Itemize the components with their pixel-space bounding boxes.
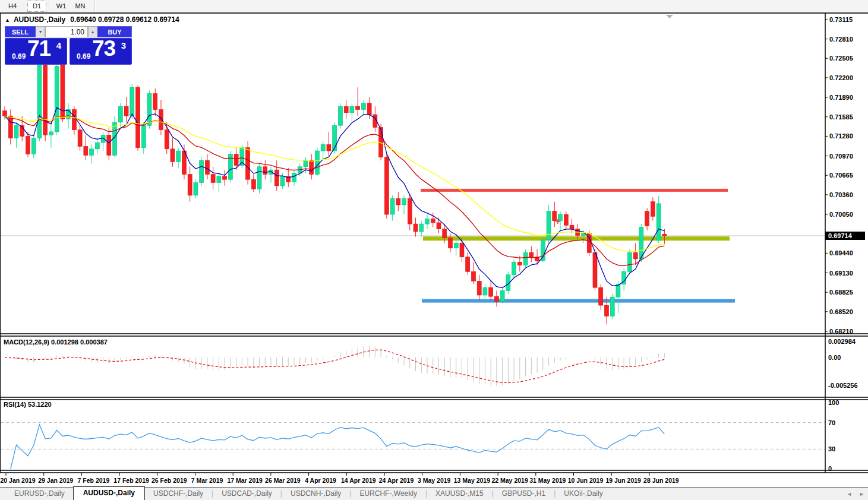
candle[interactable] — [350, 106, 354, 113]
candle[interactable] — [200, 160, 204, 182]
candle[interactable] — [211, 175, 215, 183]
candle[interactable] — [570, 225, 574, 229]
trend-line-pivot[interactable] — [423, 236, 730, 240]
candle[interactable] — [454, 243, 458, 248]
candle[interactable] — [443, 229, 447, 238]
candle[interactable] — [419, 224, 424, 232]
candle[interactable] — [500, 290, 504, 301]
candle[interactable] — [460, 243, 464, 257]
candle[interactable] — [26, 136, 30, 154]
candle[interactable] — [494, 296, 498, 302]
candle[interactable] — [471, 271, 475, 281]
candle[interactable] — [523, 252, 528, 265]
candle[interactable] — [194, 183, 198, 195]
candle[interactable] — [437, 223, 441, 229]
tab-eurusd-daily[interactable]: EURUSD-,Daily — [6, 488, 73, 500]
buy-price-box[interactable]: 0.69 73 3 — [70, 38, 132, 65]
candle[interactable] — [107, 135, 111, 155]
tab-usdchf-daily[interactable]: USDCHF-,Daily — [145, 488, 212, 500]
candle[interactable] — [153, 94, 157, 110]
candle[interactable] — [292, 173, 296, 182]
candle[interactable] — [223, 176, 227, 179]
candle[interactable] — [338, 106, 342, 125]
trend-line-resistance[interactable] — [421, 189, 728, 192]
tab-scroll-left-icon[interactable]: ◄ — [847, 491, 852, 497]
candle[interactable] — [49, 132, 53, 135]
candle[interactable] — [205, 160, 209, 175]
candle[interactable] — [130, 87, 134, 116]
candle[interactable] — [582, 233, 586, 235]
candle[interactable] — [425, 219, 430, 224]
tab-gbpusd-h1[interactable]: GBPUSD-,H1 — [494, 488, 554, 500]
candle[interactable] — [321, 144, 325, 151]
chart-shift-marker-icon[interactable] — [666, 15, 673, 18]
candle[interactable] — [627, 252, 632, 271]
candle[interactable] — [3, 111, 7, 116]
tab-xauusd-m15[interactable]: XAUUSD-,M15 — [427, 488, 492, 500]
candle[interactable] — [553, 211, 557, 221]
candle[interactable] — [90, 149, 94, 156]
candle[interactable] — [136, 87, 140, 148]
tab-ukoil-daily[interactable]: UKOil-,Daily — [555, 488, 611, 500]
candle[interactable] — [564, 214, 568, 225]
candle[interactable] — [599, 287, 603, 305]
candle[interactable] — [78, 130, 82, 147]
candle[interactable] — [529, 252, 534, 257]
candle[interactable] — [356, 106, 360, 109]
candle[interactable] — [610, 297, 614, 316]
candle[interactable] — [384, 157, 389, 214]
candle[interactable] — [251, 179, 255, 189]
candle[interactable] — [477, 281, 481, 295]
candle[interactable] — [390, 198, 394, 214]
candle[interactable] — [304, 160, 308, 167]
candle[interactable] — [280, 176, 285, 186]
collapse-arrow-icon[interactable]: ▲ — [5, 17, 10, 23]
candle[interactable] — [118, 106, 122, 122]
candle[interactable] — [327, 144, 331, 151]
candle[interactable] — [246, 148, 250, 180]
candle[interactable] — [95, 143, 99, 149]
candle[interactable] — [489, 287, 493, 296]
tab-scroll-right-icon[interactable]: ► — [859, 491, 864, 497]
candle[interactable] — [37, 65, 42, 138]
candle[interactable] — [396, 198, 400, 205]
candle[interactable] — [188, 175, 192, 195]
candle[interactable] — [217, 176, 221, 183]
candle[interactable] — [408, 198, 412, 224]
candle[interactable] — [14, 125, 18, 138]
candle[interactable] — [344, 106, 348, 113]
candle[interactable] — [274, 170, 279, 186]
candle[interactable] — [512, 262, 516, 274]
candle[interactable] — [72, 109, 76, 129]
candle[interactable] — [517, 262, 522, 265]
candle[interactable] — [361, 103, 365, 110]
candle[interactable] — [402, 198, 406, 205]
candle[interactable] — [662, 234, 667, 236]
candle[interactable] — [616, 284, 620, 297]
candle[interactable] — [31, 138, 36, 154]
candle[interactable] — [310, 160, 314, 175]
candle[interactable] — [43, 65, 48, 135]
candle[interactable] — [263, 167, 267, 175]
tab-eurchf-weekly[interactable]: EURCHF-,Weekly — [351, 488, 425, 500]
candle[interactable] — [604, 305, 608, 316]
tab-audusd-daily[interactable]: AUDUSD-,Daily — [73, 486, 145, 500]
chart-canvas[interactable] — [0, 0, 868, 500]
candle[interactable] — [633, 252, 637, 259]
candle[interactable] — [234, 154, 238, 165]
candle[interactable] — [176, 151, 181, 162]
candle[interactable] — [547, 211, 551, 240]
candle[interactable] — [483, 287, 487, 295]
candle[interactable] — [159, 109, 163, 129]
candle[interactable] — [651, 202, 655, 217]
trend-line-support[interactable] — [422, 299, 735, 303]
candle[interactable] — [593, 252, 597, 287]
candle[interactable] — [147, 94, 151, 126]
candle[interactable] — [656, 204, 661, 240]
candle[interactable] — [645, 211, 649, 226]
candle[interactable] — [84, 147, 88, 156]
candle[interactable] — [367, 103, 371, 115]
candle[interactable] — [431, 219, 435, 223]
candle[interactable] — [414, 224, 418, 232]
candle[interactable] — [165, 130, 169, 149]
